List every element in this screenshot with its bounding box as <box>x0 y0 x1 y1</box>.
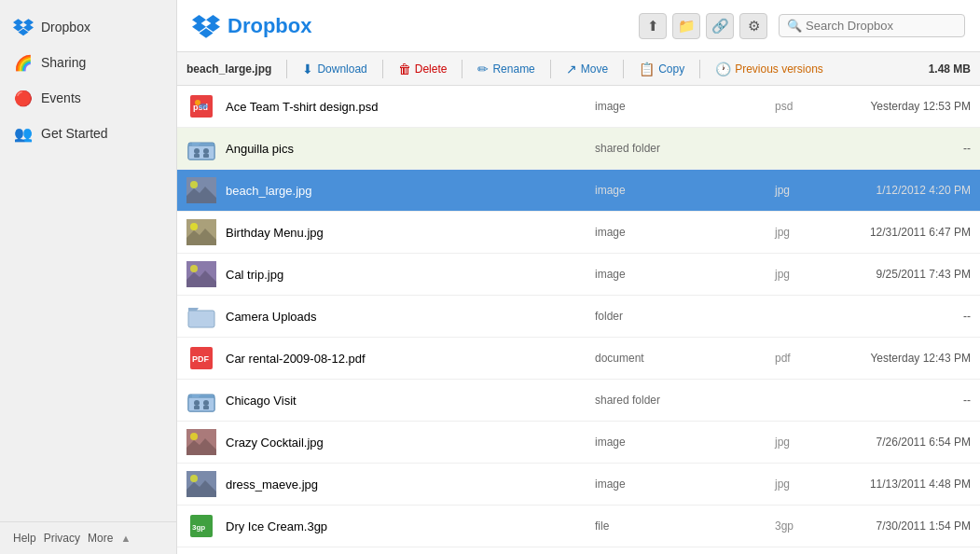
header-logo: Dropbox <box>192 12 639 40</box>
svg-point-43 <box>190 433 198 440</box>
sidebar-item-get-started-label: Get Started <box>41 126 108 141</box>
sidebar-footer: Help Privacy More ▲ <box>0 521 176 554</box>
svg-point-26 <box>190 223 198 230</box>
header-title: Dropbox <box>228 14 311 38</box>
table-row[interactable]: Camera Uploadsfolder-- <box>177 296 980 338</box>
sidebar-item-events[interactable]: 🔴 Events <box>0 80 176 116</box>
history-icon: 🕐 <box>715 62 731 76</box>
sidebar-item-dropbox-label: Dropbox <box>41 20 90 35</box>
file-ext: jpg <box>775 268 821 281</box>
svg-rect-40 <box>203 406 209 409</box>
svg-rect-20 <box>203 154 209 158</box>
file-ext: jpg <box>775 184 821 197</box>
toolbar: beach_large.jpg ⬇ Download 🗑 Delete ✏ Re… <box>177 52 980 86</box>
file-ext: jpg <box>775 478 821 491</box>
settings-icon-btn[interactable]: ⚙ <box>739 13 767 39</box>
file-name: beach_large.jpg <box>226 184 586 198</box>
sidebar-item-get-started[interactable]: 👥 Get Started <box>0 116 176 151</box>
delete-button[interactable]: 🗑 Delete <box>391 59 455 79</box>
file-date: 7/30/2011 1:54 PM <box>821 519 971 533</box>
file-size: 1.48 MB <box>929 62 971 76</box>
events-icon: 🔴 <box>13 88 34 108</box>
table-row[interactable]: Anguilla picsshared folder-- <box>177 128 980 170</box>
file-type: image <box>586 184 775 197</box>
new-folder-icon-btn[interactable]: 📁 <box>672 13 700 39</box>
file-date: Yesterday 12:53 PM <box>821 100 971 113</box>
upload-icon-btn[interactable]: ⬆ <box>639 13 667 39</box>
header: Dropbox ⬆ 📁 🔗 ⚙ 🔍 <box>177 0 980 52</box>
toolbar-separator-3 <box>462 60 462 78</box>
sharing-icon: 🌈 <box>13 52 34 73</box>
file-date: 9/25/2011 7:43 PM <box>821 268 971 281</box>
svg-point-17 <box>194 148 200 154</box>
file-icon: 3gp <box>186 511 216 541</box>
share-folder-icon-btn[interactable]: 🔗 <box>706 13 734 39</box>
svg-point-12 <box>195 100 200 105</box>
file-date: 12/31/2011 6:47 PM <box>821 226 971 239</box>
svg-rect-15 <box>188 145 214 159</box>
svg-point-13 <box>199 104 208 109</box>
file-ext: jpg <box>775 436 821 449</box>
copy-button[interactable]: 📋 Copy <box>631 59 692 79</box>
file-name: Ace Team T-shirt design.psd <box>226 100 586 114</box>
file-name: dress_maeve.jpg <box>226 478 586 492</box>
file-name: Anguilla pics <box>226 142 586 156</box>
file-date: 11/13/2011 4:48 PM <box>821 478 971 491</box>
table-row[interactable]: psd Ace Team T-shirt design.psdimagepsdY… <box>177 86 980 128</box>
table-row[interactable]: dress_maeve.jpgimagejpg11/13/2011 4:48 P… <box>177 464 980 506</box>
file-icon: psd <box>186 91 216 121</box>
sidebar-item-sharing[interactable]: 🌈 Sharing <box>0 45 176 80</box>
svg-point-46 <box>190 475 198 482</box>
toolbar-separator-2 <box>382 60 383 78</box>
table-row[interactable]: Chicago Visitshared folder-- <box>177 380 980 422</box>
download-button[interactable]: ⬇ Download <box>295 59 374 79</box>
table-row[interactable]: beach_large.jpgimagejpg1/12/2012 4:20 PM <box>177 170 980 212</box>
file-type: image <box>586 436 775 449</box>
file-type: document <box>586 352 775 365</box>
file-date: 1/12/2012 4:20 PM <box>821 184 971 197</box>
rename-icon: ✏ <box>477 62 489 76</box>
footer-arrow: ▲ <box>120 533 131 544</box>
table-row[interactable]: 3gp Dry Ice Cream.3gpfile3gp7/30/2011 1:… <box>177 506 980 547</box>
previous-versions-button[interactable]: 🕐 Previous versions <box>708 59 831 79</box>
table-row[interactable]: Crazy Cocktail.jpgimagejpg7/26/2011 6:54… <box>177 422 980 464</box>
header-dropbox-logo-icon <box>192 12 220 40</box>
sidebar-item-dropbox[interactable]: Dropbox <box>0 9 176 45</box>
table-row[interactable]: Cal trip.jpgimagejpg9/25/2011 7:43 PM <box>177 254 980 296</box>
search-input[interactable] <box>806 19 955 33</box>
svg-point-37 <box>194 400 200 406</box>
file-icon <box>186 427 216 457</box>
file-name: Camera Uploads <box>226 310 586 324</box>
svg-rect-19 <box>194 154 200 158</box>
file-date: Yesterday 12:43 PM <box>821 352 971 365</box>
table-row[interactable]: Birthday Menu.jpgimagejpg12/31/2011 6:47… <box>177 212 980 254</box>
file-name: Crazy Cocktail.jpg <box>226 436 586 450</box>
file-ext: psd <box>775 100 821 113</box>
file-name: Car rental-2009-08-12.pdf <box>226 352 586 366</box>
table-row[interactable]: PDF Car rental-2009-08-12.pdfdocumentpdf… <box>177 338 980 380</box>
get-started-icon: 👥 <box>13 123 34 144</box>
privacy-link[interactable]: Privacy <box>44 532 80 545</box>
svg-point-29 <box>190 265 198 272</box>
more-link[interactable]: More <box>88 532 113 545</box>
main-area: Dropbox ⬆ 📁 🔗 ⚙ 🔍 beach_large.jpg ⬇ Down… <box>177 0 980 554</box>
dropbox-icon <box>13 17 34 37</box>
file-type: file <box>586 519 775 533</box>
rename-button[interactable]: ✏ Rename <box>470 59 542 79</box>
toolbar-separator-1 <box>286 60 287 78</box>
file-ext: 3gp <box>775 519 821 533</box>
file-ext: jpg <box>775 226 821 239</box>
file-type: image <box>586 268 775 281</box>
help-link[interactable]: Help <box>13 532 36 545</box>
file-icon <box>186 301 216 331</box>
file-icon <box>186 385 216 415</box>
sidebar-item-events-label: Events <box>41 90 81 105</box>
svg-point-38 <box>203 400 209 406</box>
svg-point-18 <box>203 148 209 154</box>
file-date: -- <box>821 142 971 155</box>
file-date: -- <box>821 310 971 323</box>
file-date: -- <box>821 394 971 407</box>
file-icon <box>186 133 216 163</box>
sidebar-item-sharing-label: Sharing <box>41 55 86 70</box>
move-button[interactable]: ↗ Move <box>559 59 615 79</box>
